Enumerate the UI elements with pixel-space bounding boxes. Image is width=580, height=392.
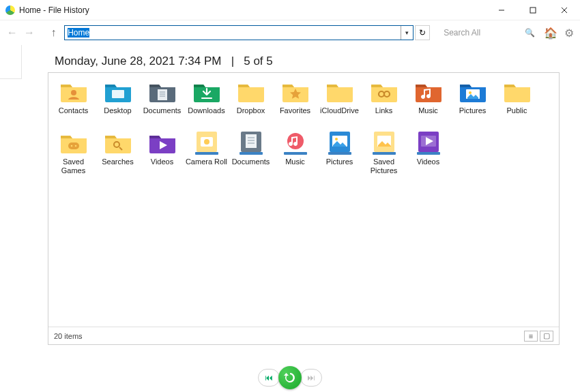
item-documents[interactable]: Documents	[140, 80, 184, 131]
version-position: 5 of 5	[244, 55, 273, 67]
search-input[interactable]	[444, 28, 525, 37]
item-label: Documents	[232, 157, 270, 166]
window-controls	[486, 0, 580, 20]
item-count: 20 items	[54, 332, 83, 340]
maximize-button[interactable]	[517, 0, 549, 20]
item-label: Saved Games	[53, 157, 95, 175]
details-view-button[interactable]: ≡	[524, 331, 538, 342]
icons-view-button[interactable]: ▢	[540, 331, 553, 342]
lib-saved-icon	[370, 131, 398, 155]
folder-games-icon	[59, 131, 88, 155]
lib-pictures-icon	[325, 131, 354, 155]
forward-button[interactable]: →	[23, 25, 35, 40]
folder-icon	[503, 80, 532, 104]
folder-links-icon	[370, 80, 398, 104]
refresh-button[interactable]: ↻	[415, 25, 430, 40]
version-date: Monday, June 28, 2021 7:34 PM	[55, 55, 221, 67]
title-bar: Home - File History	[0, 0, 580, 20]
playback-pill: ⏮	[258, 369, 280, 387]
svg-rect-5	[112, 90, 124, 98]
svg-point-35	[335, 138, 338, 140]
items-grid: ContactsDesktopDocumentsDownloads Dropbo…	[48, 73, 559, 189]
playback-pill-right: ⏭	[300, 369, 322, 387]
search-icon[interactable]: 🔍	[525, 28, 535, 37]
item-camera-roll[interactable]: Camera Roll	[184, 131, 229, 182]
items-panel: ContactsDesktopDocumentsDownloads Dropbo…	[48, 72, 560, 345]
search-box: 🔍	[441, 25, 538, 40]
close-button[interactable]	[549, 0, 580, 20]
item-label: Favorites	[280, 106, 310, 115]
back-button[interactable]: ←	[5, 25, 18, 40]
toolbar: ← → ↑ ▾ ↻ 🔍 🏠 ⚙	[0, 20, 580, 45]
item-label: Searches	[102, 157, 133, 166]
lib-videos-icon	[414, 131, 443, 155]
item-contacts[interactable]: Contacts	[51, 80, 96, 131]
settings-icon[interactable]: ⚙	[564, 27, 575, 39]
item-music[interactable]: Music	[406, 80, 450, 131]
lib-documents-icon	[237, 131, 265, 155]
svg-rect-25	[246, 134, 257, 148]
folder-desktop-icon	[104, 80, 132, 104]
item-saved-pictures[interactable]: Saved Pictures	[362, 131, 406, 182]
folder-music-icon	[414, 80, 443, 104]
address-dropdown-button[interactable]: ▾	[401, 26, 413, 40]
window-title: Home - File History	[19, 5, 89, 15]
previous-version-button[interactable]: ⏮	[259, 370, 279, 386]
item-searches[interactable]: Searches	[96, 131, 140, 182]
folder-pictures-icon	[459, 80, 487, 104]
folder-downloads-icon	[192, 80, 221, 104]
item-pictures[interactable]: Pictures	[450, 80, 495, 131]
item-label: Dropbox	[237, 106, 265, 115]
item-label: Public	[507, 106, 527, 115]
version-header: Monday, June 28, 2021 7:34 PM | 5 of 5	[48, 45, 560, 72]
item-iclouddrive[interactable]: iCloudDrive	[317, 80, 362, 131]
folder-searches-icon	[104, 131, 132, 155]
up-button[interactable]: ↑	[47, 25, 60, 40]
item-label: Saved Pictures	[363, 157, 405, 175]
svg-point-22	[204, 139, 209, 145]
svg-rect-30	[284, 152, 307, 155]
item-saved-games[interactable]: Saved Games	[51, 131, 96, 182]
item-label: Downloads	[188, 106, 224, 115]
item-music[interactable]: Music	[273, 131, 317, 182]
svg-rect-20	[195, 152, 218, 155]
svg-rect-24	[240, 152, 263, 155]
item-label: Music	[418, 106, 438, 115]
folder-icon	[325, 80, 354, 104]
content-area: Monday, June 28, 2021 7:34 PM | 5 of 5 C…	[0, 45, 580, 365]
item-videos[interactable]: Videos	[406, 131, 450, 182]
next-version-button[interactable]: ⏭	[301, 370, 321, 386]
item-pictures[interactable]: Pictures	[317, 131, 362, 182]
item-links[interactable]: Links	[362, 80, 406, 131]
folder-documents-icon	[148, 80, 177, 104]
item-label: Desktop	[104, 106, 131, 115]
folder-videos-icon	[148, 131, 177, 155]
address-input[interactable]	[65, 28, 401, 37]
status-bar: 20 items ≡ ▢	[48, 327, 559, 344]
lib-music-icon	[281, 131, 310, 155]
svg-rect-1	[530, 7, 536, 13]
item-public[interactable]: Public	[495, 80, 539, 131]
svg-point-13	[469, 91, 472, 94]
item-dropbox[interactable]: Dropbox	[229, 80, 273, 131]
lib-camera-icon	[192, 131, 221, 155]
svg-point-4	[71, 90, 76, 95]
svg-rect-6	[158, 89, 167, 100]
restore-button[interactable]	[278, 366, 302, 389]
item-downloads[interactable]: Downloads	[184, 80, 229, 131]
app-icon	[5, 5, 15, 15]
item-label: Music	[285, 157, 305, 166]
folder-favorites-icon	[281, 80, 310, 104]
address-bar: ▾ ↻	[64, 25, 430, 40]
item-label: iCloudDrive	[320, 106, 359, 115]
item-label: Contacts	[59, 106, 88, 115]
minimize-button[interactable]	[486, 0, 517, 20]
item-favorites[interactable]: Favorites	[273, 80, 317, 131]
item-desktop[interactable]: Desktop	[96, 80, 140, 131]
svg-rect-37	[373, 152, 396, 155]
item-label: Videos	[151, 157, 173, 166]
item-videos[interactable]: Videos	[140, 131, 184, 182]
svg-rect-33	[328, 152, 351, 155]
home-icon[interactable]: 🏠	[545, 27, 557, 39]
item-documents[interactable]: Documents	[229, 131, 273, 182]
